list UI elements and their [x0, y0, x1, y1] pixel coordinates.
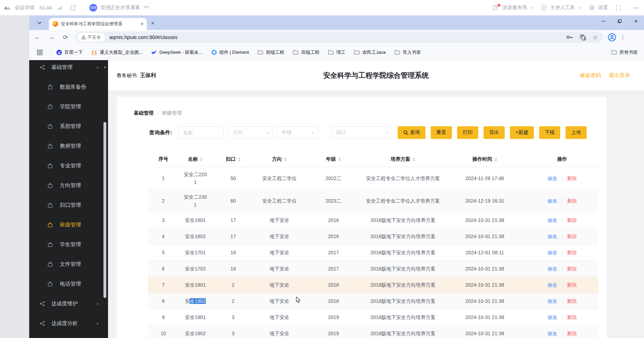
tab-search-button[interactable]	[35, 18, 44, 27]
speaker-layout-icon[interactable]	[493, 5, 499, 11]
bookmark-item[interactable]: 百度一下	[56, 49, 83, 56]
new-tab-button[interactable]: +	[151, 20, 154, 27]
security-chip[interactable]: 不安全	[77, 33, 105, 42]
bookmark-item[interactable]: 理工	[328, 49, 345, 56]
column-header-年级[interactable]: 年级	[304, 156, 362, 162]
grade-select[interactable]: 年级∨	[277, 126, 318, 139]
edit-link[interactable]: 修改	[548, 330, 557, 337]
sidebar-group-基础管理[interactable]: 基础管理∧	[29, 60, 108, 77]
导出-button[interactable]: 导出	[484, 126, 505, 139]
window-minimize-button[interactable]	[595, 15, 612, 27]
translate-icon[interactable]	[580, 34, 586, 40]
belong-select[interactable]: 归口∨	[332, 126, 392, 139]
delete-link[interactable]: 删除	[567, 174, 577, 182]
column-header-操作时间[interactable]: 操作时间	[443, 156, 526, 162]
profile-avatar-icon[interactable]	[608, 33, 616, 42]
browser-tab[interactable]: 安全科学与工程学院综合管理系 ✕	[49, 18, 147, 30]
name-input[interactable]	[178, 126, 223, 139]
sort-icon[interactable]	[238, 157, 241, 161]
edit-link[interactable]: 修改	[548, 216, 557, 224]
column-header-培养方案[interactable]: 培养方案	[362, 156, 443, 162]
edit-link[interactable]: 修改	[548, 197, 557, 205]
delete-link[interactable]: 删除	[567, 265, 577, 273]
window-close-button[interactable]: ✕	[628, 15, 644, 27]
sort-icon[interactable]	[494, 157, 497, 161]
edit-link[interactable]: 修改	[548, 281, 557, 289]
edit-link[interactable]: 修改	[548, 232, 557, 240]
password-key-icon[interactable]	[566, 35, 573, 40]
sort-icon[interactable]	[284, 157, 287, 161]
delete-link[interactable]: 删除	[567, 216, 577, 224]
sidebar-group-达成度分析[interactable]: 达成度分析∨	[29, 313, 108, 333]
sidebar-item-电话管理[interactable]: 电话管理	[29, 274, 108, 294]
address-bar[interactable]: 不安全 aqmis.hpuie.com:90/#/classes ☆	[76, 32, 603, 43]
sidebar-item-归口管理[interactable]: 归口管理	[29, 195, 108, 215]
新建-button[interactable]: +新建	[510, 126, 534, 139]
host-tools-button[interactable]: 主持人工具	[550, 5, 575, 11]
apps-grid-icon[interactable]	[37, 50, 43, 55]
sidebar-item-学院管理[interactable]: 学院管理	[29, 97, 108, 116]
打印-button[interactable]: 打印	[457, 126, 478, 139]
back-icon[interactable]: ←	[31, 31, 43, 43]
delete-link[interactable]: 删除	[567, 232, 577, 240]
edit-link[interactable]: 修改	[548, 313, 557, 321]
上传-button[interactable]: 上传	[566, 126, 587, 139]
edit-link[interactable]: 修改	[548, 297, 557, 305]
bookmark-item[interactable]: 前端工程	[258, 49, 284, 56]
delete-link[interactable]: 删除	[567, 297, 577, 305]
bookmark-item[interactable]: 后端工程	[293, 49, 319, 56]
logout-link[interactable]: 退出登录	[609, 72, 630, 79]
delete-link[interactable]: 删除	[567, 330, 577, 337]
url-text[interactable]: aqmis.hpuie.com:90/#/classes	[109, 34, 566, 40]
speaker-layout-button[interactable]: 演讲者布局	[502, 5, 527, 11]
share-screen-icon[interactable]	[70, 5, 76, 11]
delete-link[interactable]: 删除	[567, 313, 577, 321]
breadcrumb-parent[interactable]: 基础管理	[134, 110, 153, 116]
sidebar-item-方向管理[interactable]: 方向管理	[29, 176, 108, 195]
all-bookmarks-button[interactable]: 所有书签	[611, 49, 638, 56]
host-tools-icon[interactable]	[541, 5, 547, 11]
sidebar-item-专业管理[interactable]: 专业管理	[29, 156, 108, 176]
bookmark-item[interactable]: 导入书签	[394, 49, 421, 56]
column-header-方向[interactable]: 方向	[254, 156, 304, 162]
column-header-归口[interactable]: 归口	[212, 156, 254, 162]
change-password-link[interactable]: 修改密码	[580, 72, 601, 79]
sort-icon[interactable]	[200, 157, 203, 161]
delete-link[interactable]: 删除	[567, 197, 577, 205]
bookmark-item[interactable]: 农民工Java	[354, 49, 385, 56]
sidebar-item-学生管理[interactable]: 学生管理	[29, 235, 108, 254]
bookmark-item[interactable]: 组件 | Element	[211, 49, 249, 56]
重置-button[interactable]: 重置	[431, 126, 452, 139]
bookmark-item[interactable]: DeepSeek - 探索未...	[151, 49, 202, 56]
delete-link[interactable]: 删除	[567, 249, 577, 256]
下模-button[interactable]: 下模	[539, 126, 560, 139]
bookmark-star-icon[interactable]: ☆	[593, 34, 598, 41]
forward-icon[interactable]: →	[45, 31, 57, 43]
settings-button[interactable]: 设置	[598, 5, 608, 11]
collapse-panel-icon[interactable]: —	[633, 5, 639, 11]
bookmark-item[interactable]: [-]通义大模型_企业拥...	[91, 49, 143, 56]
sort-icon[interactable]	[338, 157, 341, 161]
sidebar-scroll-up-icon[interactable]: ▲	[103, 65, 107, 69]
sidebar-item-教师管理[interactable]: 教师管理	[29, 136, 108, 156]
meeting-details-label[interactable]: 会议详情	[15, 5, 34, 11]
column-header-名称[interactable]: 名称	[179, 156, 212, 162]
sharing-list-icon[interactable]	[144, 6, 149, 10]
edit-link[interactable]: 修改	[548, 265, 557, 273]
browser-menu-icon[interactable]: ⋮	[620, 34, 626, 40]
tab-close-icon[interactable]: ✕	[140, 21, 144, 26]
fullscreen-icon[interactable]	[615, 5, 621, 11]
sidebar-item-文件管理[interactable]: 文件管理	[29, 254, 108, 274]
sidebar-item-系部管理[interactable]: 系部管理	[29, 116, 108, 136]
settings-gear-icon[interactable]	[589, 5, 595, 11]
direction-select[interactable]: 方向∨	[228, 126, 273, 139]
sidebar-group-达成度维护[interactable]: 达成度维护∨	[29, 294, 108, 313]
edit-link[interactable]: 修改	[548, 174, 557, 182]
delete-link[interactable]: 删除	[567, 281, 577, 289]
reload-icon[interactable]: ⟳	[59, 31, 71, 43]
sidebar-scrollbar-thumb[interactable]	[103, 122, 106, 298]
window-maximize-button[interactable]	[612, 15, 628, 27]
sort-icon[interactable]	[412, 157, 415, 161]
查询-button[interactable]: 查询	[398, 126, 425, 139]
sidebar-item-数据库备份[interactable]: 数据库备份	[29, 77, 108, 97]
